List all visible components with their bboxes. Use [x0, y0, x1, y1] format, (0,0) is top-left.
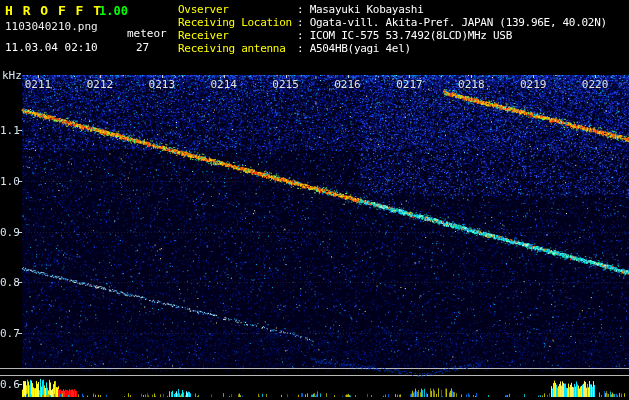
time-tick-label: 0218 [458, 78, 485, 91]
freq-tick-label: 0.7 [0, 327, 19, 340]
info-row-location: Receiving Location : Ogata-vill. Akita-P… [178, 16, 607, 29]
location-value: : Ogata-vill. Akita-Pref. JAPAN (139.96E… [297, 16, 607, 29]
time-tick-label: 0220 [582, 78, 609, 91]
location-label: Receiving Location [178, 16, 297, 29]
observer-label: Ovserver [178, 3, 297, 16]
freq-tick-label: 0.9 [0, 226, 19, 239]
hrofft-screen: H R O F F T 1.00 1103040210.png meteor 1… [0, 0, 629, 400]
khz-unit-label: kHz [2, 69, 22, 82]
app-version: 1.00 [99, 4, 128, 18]
time-tick-label: 0211 [25, 78, 52, 91]
spectrogram-canvas [0, 0, 629, 400]
freq-tick-label: 1.1 [0, 124, 19, 137]
antenna-label: Receiving antenna [178, 42, 297, 55]
time-tick-label: 0216 [334, 78, 361, 91]
app-title: H R O F F T [5, 3, 102, 18]
time-tick-label: 0213 [149, 78, 176, 91]
time-tick-label: 0212 [87, 78, 114, 91]
observation-datetime: 11.03.04 02:10 [5, 41, 98, 54]
echo-count: 27 [136, 41, 149, 54]
mode-label: meteor [127, 27, 167, 40]
time-tick-label: 0214 [210, 78, 237, 91]
antenna-value: : A504HB(yagi 4el) [297, 42, 411, 55]
freq-tick-label: 0.8 [0, 276, 19, 289]
freq-tick-label: 0.6 [0, 378, 19, 391]
time-tick-label: 0217 [396, 78, 423, 91]
info-row-observer: Ovserver : Masayuki Kobayashi [178, 3, 607, 16]
receiver-label: Receiver [178, 29, 297, 42]
info-row-receiver: Receiver : ICOM IC-575 53.7492(8LCD)MHz … [178, 29, 607, 42]
info-row-antenna: Receiving antenna : A504HB(yagi 4el) [178, 42, 607, 55]
output-filename: 1103040210.png [5, 20, 98, 33]
freq-tick-label: 1.0 [0, 175, 19, 188]
time-tick-label: 0219 [520, 78, 547, 91]
time-tick-label: 0215 [272, 78, 299, 91]
receiver-value: : ICOM IC-575 53.7492(8LCD)MHz USB [297, 29, 512, 42]
observer-value: : Masayuki Kobayashi [297, 3, 423, 16]
station-info: Ovserver : Masayuki Kobayashi Receiving … [178, 3, 607, 55]
